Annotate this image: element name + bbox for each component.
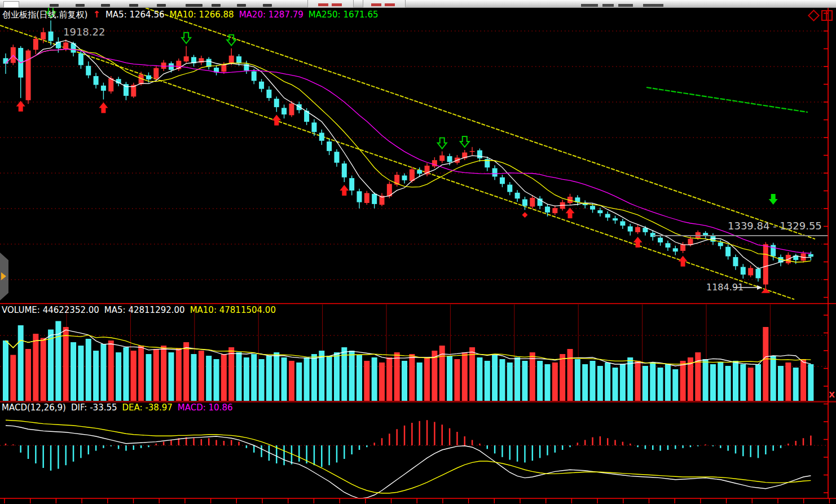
volume-ma5-label: MA5: 42811292.00 [104,305,185,315]
macd-value-label: MACD: 10.86 [178,403,233,413]
sidebar-flyout-handle[interactable] [0,253,8,300]
menu-item[interactable] [643,4,663,7]
symbol-label: 创业板指(日线.前复权) [2,10,87,20]
menu-item[interactable] [50,4,59,7]
menu-item[interactable] [157,4,166,7]
app-logo-icon[interactable] [3,1,19,8]
menu-item[interactable] [618,4,633,7]
windows-overlap-icon[interactable] [821,10,833,21]
menu-item[interactable] [581,4,598,7]
menu-item[interactable] [129,4,138,7]
volume-ma10-label: MA10: 47811504.00 [190,305,276,315]
macd-header: MACD(12,26,9)DIF: -33.55DEA: -38.97MACD:… [2,403,237,413]
menu-item[interactable] [101,4,110,7]
menu-item[interactable] [186,4,203,7]
dea-value-label: DEA: -38.97 [122,403,173,413]
menu-item[interactable] [237,4,246,7]
ma10-value-label: MA10: 1266.88 [170,10,234,20]
dif-value-label: DIF: -33.55 [71,403,117,413]
flyout-arrow-icon [1,272,6,280]
ma5-value-label: MA5: 1264.56 [105,10,165,20]
menu-bar[interactable] [0,0,836,8]
volume-value-label: VOLUME: 44622352.00 [2,305,99,315]
main-chart-header: 创业板指(日线.前复权)↑MA5: 1264.56MA10: 1266.88MA… [2,9,383,20]
menu-item[interactable] [602,4,614,7]
ma250-value-label: MA250: 1671.65 [309,10,379,20]
low-price-annotation: 1184.91 [706,282,743,293]
ma20-value-label: MA20: 1287.79 [239,10,303,20]
volume-header: VOLUME: 44622352.00MA5: 42811292.00MA10:… [2,305,281,315]
close-icon[interactable]: X [829,390,835,399]
menu-item[interactable] [212,4,221,7]
high-price-annotation: 1918.22 [63,26,105,38]
diamond-icon[interactable] [808,10,820,21]
menu-item[interactable] [263,4,272,7]
menu-button-red-2[interactable] [363,0,406,8]
menu-button-red-1[interactable] [307,0,354,8]
range-price-annotation: 1339.84 - 1329.55 [728,220,822,232]
macd-title-label: MACD(12,26,9) [2,403,66,413]
menu-item[interactable] [76,4,85,7]
trading-app-window: 创业板指(日线.前复权)↑MA5: 1264.56MA10: 1266.88MA… [0,0,836,504]
chart-area[interactable] [0,0,836,504]
trend-up-arrow-icon: ↑ [93,9,100,20]
